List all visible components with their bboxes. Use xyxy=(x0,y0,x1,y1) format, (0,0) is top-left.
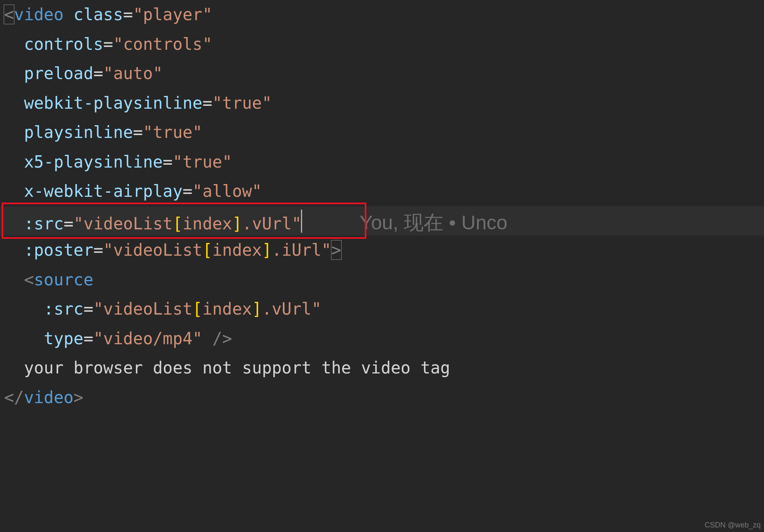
attr-x5-playsinline: x5-playsinline xyxy=(24,152,163,171)
equals-sign: = xyxy=(133,123,143,142)
string-literal: "video/mp4" xyxy=(93,329,203,348)
equals-sign: = xyxy=(93,64,103,83)
attr-class: class xyxy=(74,5,123,24)
expr-member: .vUrl xyxy=(262,299,311,318)
bracket-open-icon: [ xyxy=(193,299,203,318)
attr-poster-bind: :poster xyxy=(24,240,93,259)
equals-sign: = xyxy=(203,93,212,112)
angle-bracket-close: > xyxy=(331,240,341,259)
equals-sign: = xyxy=(182,182,192,201)
expr-identifier: videoList xyxy=(103,299,193,318)
code-line[interactable]: <video class="player" xyxy=(0,0,764,30)
expr-index: index xyxy=(212,240,262,259)
string-literal: "true" xyxy=(172,152,232,171)
bracket-open-icon: [ xyxy=(172,214,182,233)
string-literal: "true" xyxy=(143,123,203,142)
expr-identifier: videoList xyxy=(84,214,173,233)
string-quote: " xyxy=(291,214,301,233)
attr-src-bind: :src xyxy=(44,299,83,318)
attr-type: type xyxy=(44,329,83,348)
blame-when: 现在 xyxy=(404,212,443,233)
string-literal: "auto" xyxy=(103,64,163,83)
bracket-close-icon: ] xyxy=(252,299,262,318)
string-quote: " xyxy=(103,240,113,259)
blame-sep: , xyxy=(393,212,398,233)
string-literal: "controls" xyxy=(113,35,212,54)
code-line[interactable]: your browser does not support the video … xyxy=(0,353,764,383)
equals-sign: = xyxy=(84,329,93,348)
attr-playsinline: playsinline xyxy=(24,123,133,142)
string-quote: " xyxy=(312,299,321,318)
angle-bracket-open: < xyxy=(4,5,14,24)
expr-index: index xyxy=(183,214,232,233)
equals-sign: = xyxy=(93,240,103,259)
self-close-bracket: /> xyxy=(203,329,232,348)
code-editor[interactable]: <video class="player" controls="controls… xyxy=(0,0,764,412)
tag-video: video xyxy=(14,5,63,24)
string-quote: " xyxy=(74,214,84,233)
code-line[interactable]: playsinline="true" xyxy=(0,118,764,147)
expr-member: .vUrl xyxy=(242,214,291,233)
fallback-text: your browser does not support the video … xyxy=(24,358,450,377)
string-quote: " xyxy=(321,240,331,259)
code-line[interactable]: </video> xyxy=(0,383,764,413)
expr-index: index xyxy=(203,299,252,318)
code-line[interactable]: :poster="videoList[index].iUrl"> xyxy=(0,236,764,265)
code-line[interactable]: webkit-playsinline="true" xyxy=(0,89,764,118)
bracket-close-icon: ] xyxy=(262,240,272,259)
code-line[interactable]: :src="videoList[index].vUrl" xyxy=(0,294,764,324)
bracket-close-icon: ] xyxy=(232,214,242,233)
equals-sign: = xyxy=(123,5,133,24)
code-line[interactable]: <source xyxy=(0,265,764,295)
angle-bracket-close: > xyxy=(74,388,84,407)
code-line[interactable]: x5-playsinline="true" xyxy=(0,147,764,177)
string-literal: "player" xyxy=(133,5,212,24)
expr-member: .iUrl xyxy=(272,240,321,259)
attr-controls: controls xyxy=(24,35,103,54)
angle-bracket-close-tag: </ xyxy=(4,388,24,407)
git-blame-inline[interactable]: You, 现在 • Unco xyxy=(360,212,508,233)
string-literal: "allow" xyxy=(193,182,262,201)
code-line[interactable]: type="video/mp4" /> xyxy=(0,324,764,354)
attr-x-webkit-airplay: x-webkit-airplay xyxy=(24,182,182,201)
attr-preload: preload xyxy=(24,64,93,83)
attr-src-bind: :src xyxy=(24,214,63,233)
code-line[interactable]: preload="auto" xyxy=(0,59,764,89)
text-cursor xyxy=(301,210,302,233)
string-literal: "true" xyxy=(212,93,272,112)
code-line[interactable]: controls="controls" xyxy=(0,30,764,59)
equals-sign: = xyxy=(84,299,93,318)
angle-bracket-open: < xyxy=(24,270,34,289)
equals-sign: = xyxy=(64,214,74,233)
expr-identifier: videoList xyxy=(113,240,203,259)
blame-author: You xyxy=(360,212,393,233)
bullet-icon: • xyxy=(449,212,456,233)
bracket-open-icon: [ xyxy=(203,240,212,259)
code-line[interactable]: x-webkit-airplay="allow" xyxy=(0,177,764,206)
blame-status: Unco xyxy=(461,212,508,233)
equals-sign: = xyxy=(103,35,113,54)
tag-video-close: video xyxy=(24,388,73,407)
tag-source: source xyxy=(34,270,93,289)
equals-sign: = xyxy=(163,152,172,171)
code-line-current[interactable]: :src="videoList[index].vUrl"You, 现在 • Un… xyxy=(0,206,764,236)
attr-webkit-playsinline: webkit-playsinline xyxy=(24,93,202,112)
string-quote: " xyxy=(93,299,103,318)
watermark: CSDN @web_zq xyxy=(705,521,761,530)
